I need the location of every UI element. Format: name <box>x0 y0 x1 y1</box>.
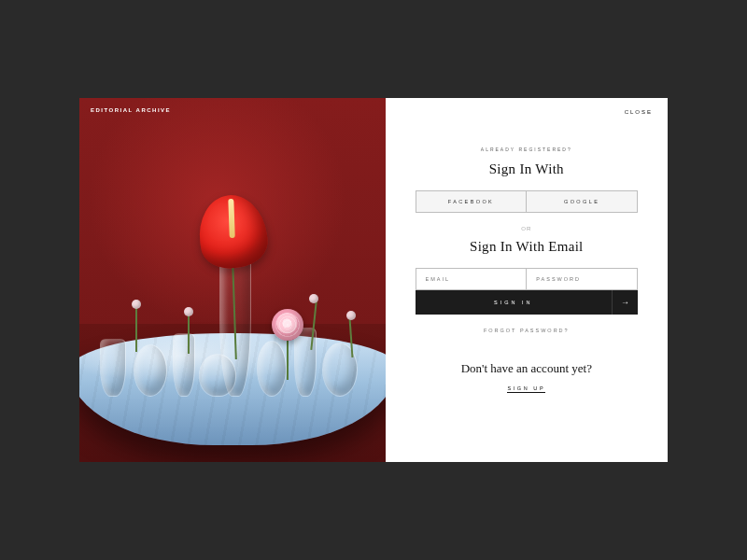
flower-stem <box>188 315 190 354</box>
forgot-password-link[interactable]: FORGOT PASSWORD? <box>484 328 570 333</box>
ranunculus-flower <box>272 309 303 341</box>
auth-panel: CLOSE ALREADY REGISTERED? Sign In With F… <box>386 98 668 462</box>
glass-vessel <box>257 341 287 397</box>
signin-row: SIGN IN → <box>416 290 638 315</box>
no-account-heading: Don't have an account yet? <box>461 361 592 376</box>
already-registered-label: ALREADY REGISTERED? <box>481 147 572 152</box>
glass-vessel <box>134 344 167 397</box>
flower-bud <box>346 311 356 320</box>
facebook-button[interactable]: FACEBOOK <box>416 191 527 212</box>
arrow-right-icon: → <box>621 298 629 307</box>
glass-vessel <box>100 339 126 397</box>
google-button[interactable]: GOOGLE <box>526 191 637 212</box>
or-divider: OR <box>521 226 531 231</box>
social-signin-row: FACEBOOK GOOGLE <box>416 190 638 213</box>
flower-stem <box>287 337 289 380</box>
signin-button[interactable]: SIGN IN <box>416 290 612 315</box>
glass-vessel <box>173 333 195 397</box>
signin-arrow-button[interactable]: → <box>612 290 638 315</box>
auth-card: EDITORIAL ARCHIVE CLOSE ALREADY REGISTER… <box>79 98 668 462</box>
flower-bud <box>184 307 193 316</box>
signup-link[interactable]: SIGN UP <box>507 385 545 393</box>
flower-stem <box>135 307 137 352</box>
flower-bud <box>132 300 141 309</box>
hero-image-panel: EDITORIAL ARCHIVE <box>79 98 386 462</box>
credentials-row <box>416 268 638 290</box>
brand-logo: EDITORIAL ARCHIVE <box>91 107 171 113</box>
signin-email-heading: Sign In With Email <box>470 239 584 255</box>
signin-with-heading: Sign In With <box>489 161 564 177</box>
flower-bud <box>309 294 318 303</box>
email-field[interactable] <box>416 269 527 289</box>
close-button[interactable]: CLOSE <box>625 109 653 115</box>
password-field[interactable] <box>526 269 637 289</box>
